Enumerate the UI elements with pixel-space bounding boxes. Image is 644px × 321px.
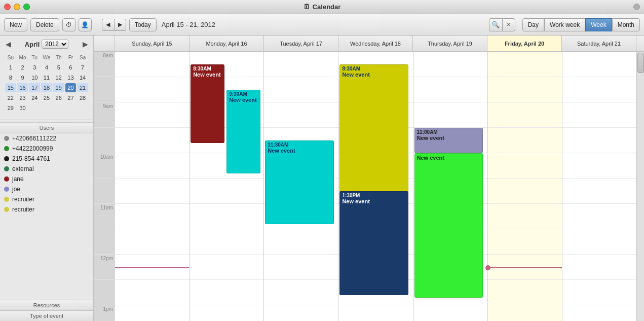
mini-cal-year-select[interactable]: 2012 bbox=[42, 40, 68, 49]
mini-cal-day[interactable] bbox=[77, 103, 88, 113]
view-week-button[interactable]: Week bbox=[585, 18, 612, 31]
mini-cal-day[interactable]: 4 bbox=[41, 63, 52, 72]
mini-cal-day[interactable]: 24 bbox=[29, 93, 40, 102]
day-col-mon[interactable]: 8:30AMNew event9:30AMNew event bbox=[190, 52, 264, 321]
contacts-button[interactable]: 👤 bbox=[79, 18, 92, 31]
day-slot[interactable] bbox=[115, 305, 189, 321]
view-workweek-button[interactable]: Work week bbox=[544, 18, 585, 31]
mini-cal-day[interactable] bbox=[53, 103, 64, 113]
mini-cal-day[interactable]: 18 bbox=[41, 83, 52, 92]
day-slot[interactable] bbox=[190, 280, 263, 305]
user-item[interactable]: 215-854-4761 bbox=[0, 154, 93, 164]
view-month-button[interactable]: Month bbox=[612, 18, 640, 31]
day-slot[interactable] bbox=[562, 204, 636, 229]
day-slot[interactable] bbox=[264, 255, 338, 280]
mini-cal-day[interactable]: 1 bbox=[5, 63, 16, 72]
day-slot[interactable] bbox=[562, 280, 636, 305]
day-slot[interactable] bbox=[264, 280, 338, 305]
day-slot[interactable] bbox=[488, 77, 562, 102]
minimize-btn[interactable] bbox=[14, 4, 20, 10]
day-slot[interactable] bbox=[264, 52, 338, 77]
mini-cal-day[interactable]: 7 bbox=[77, 63, 88, 72]
day-slot[interactable] bbox=[488, 102, 562, 128]
day-slot[interactable] bbox=[562, 179, 636, 204]
mini-cal-day[interactable]: 25 bbox=[41, 93, 52, 102]
day-slot[interactable] bbox=[488, 52, 562, 77]
day-slot[interactable] bbox=[562, 305, 636, 321]
mini-cal-day[interactable]: 19 bbox=[53, 83, 64, 92]
mini-cal-day[interactable]: 30 bbox=[17, 103, 28, 113]
mini-cal-day[interactable]: 27 bbox=[65, 93, 77, 102]
prev-button[interactable]: ◀ bbox=[102, 19, 114, 31]
search-clear-button[interactable]: ✕ bbox=[502, 18, 515, 31]
mini-cal-day[interactable]: 21 bbox=[77, 83, 88, 92]
user-item[interactable]: +44222000999 bbox=[0, 144, 93, 154]
mini-cal-day[interactable]: 8 bbox=[5, 73, 16, 82]
day-col-wed[interactable]: 8:30AMNew event1:30PMNew event bbox=[338, 52, 413, 321]
mini-cal-day[interactable]: 6 bbox=[65, 63, 77, 72]
mini-cal-day[interactable]: 15 bbox=[5, 83, 16, 92]
calendar-event[interactable]: New event bbox=[414, 153, 483, 298]
day-slot[interactable] bbox=[264, 229, 338, 255]
mini-cal-day[interactable]: 5 bbox=[53, 63, 64, 72]
mini-cal-day[interactable]: 12 bbox=[53, 73, 64, 82]
day-slot[interactable] bbox=[115, 229, 189, 255]
mini-cal-day[interactable] bbox=[41, 103, 52, 113]
mini-cal-day[interactable]: 3 bbox=[29, 63, 40, 72]
day-slot[interactable] bbox=[488, 204, 562, 229]
maximize-btn[interactable] bbox=[23, 4, 30, 10]
user-item[interactable]: joe bbox=[0, 184, 93, 194]
mini-cal-day[interactable]: 2 bbox=[17, 63, 28, 72]
new-button[interactable]: New bbox=[4, 18, 27, 31]
mini-cal-day[interactable] bbox=[65, 103, 77, 113]
day-slot[interactable] bbox=[190, 229, 263, 255]
mini-cal-day[interactable] bbox=[29, 103, 40, 113]
close-btn[interactable] bbox=[4, 4, 11, 10]
day-slot[interactable] bbox=[562, 52, 636, 77]
prev-month-button[interactable]: ◀ bbox=[4, 40, 12, 48]
mini-cal-day[interactable]: 26 bbox=[53, 93, 64, 102]
day-slot[interactable] bbox=[115, 52, 189, 77]
day-slot[interactable] bbox=[115, 102, 189, 128]
day-slot[interactable] bbox=[562, 102, 636, 128]
day-slot[interactable] bbox=[562, 153, 636, 179]
next-month-button[interactable]: ▶ bbox=[81, 40, 89, 48]
delete-button[interactable]: Delete bbox=[30, 18, 59, 31]
day-slot[interactable] bbox=[562, 128, 636, 153]
resources-header[interactable]: Resources bbox=[0, 300, 93, 311]
day-slot[interactable] bbox=[115, 280, 189, 305]
day-slot[interactable] bbox=[488, 305, 562, 321]
mini-cal-day[interactable]: 23 bbox=[17, 93, 28, 102]
day-slot[interactable] bbox=[562, 77, 636, 102]
view-day-button[interactable]: Day bbox=[522, 18, 544, 31]
type-of-event-header[interactable]: Type of event bbox=[0, 311, 93, 321]
history-button[interactable]: ⏱ bbox=[62, 18, 75, 31]
calendar-event[interactable]: 1:30PMNew event bbox=[339, 191, 408, 295]
day-col-sat[interactable] bbox=[562, 52, 636, 321]
scrollbar[interactable] bbox=[636, 52, 644, 321]
mini-cal-day[interactable]: 22 bbox=[5, 93, 16, 102]
mini-cal-day[interactable]: 13 bbox=[65, 73, 77, 82]
day-slot[interactable] bbox=[190, 255, 263, 280]
day-slot[interactable] bbox=[413, 102, 487, 128]
user-item[interactable]: recruiter bbox=[0, 204, 93, 215]
day-slot[interactable] bbox=[413, 52, 487, 77]
mini-cal-day[interactable]: 10 bbox=[29, 73, 40, 82]
day-col-tue[interactable]: 11:30AMNew event bbox=[264, 52, 338, 321]
day-slot[interactable] bbox=[488, 179, 562, 204]
day-slot[interactable] bbox=[115, 179, 189, 204]
day-slot[interactable] bbox=[413, 305, 487, 321]
mini-cal-day[interactable]: 17 bbox=[29, 83, 40, 92]
day-slot[interactable] bbox=[338, 305, 412, 321]
day-col-thu[interactable]: 11:00AMNew eventNew event bbox=[413, 52, 488, 321]
mini-cal-day[interactable]: 9 bbox=[17, 73, 28, 82]
mini-cal-day[interactable]: 14 bbox=[77, 73, 88, 82]
day-slot[interactable] bbox=[264, 102, 338, 128]
search-button[interactable]: 🔍 bbox=[489, 18, 502, 31]
mini-cal-day[interactable]: 29 bbox=[5, 103, 16, 113]
calendar-event[interactable]: 8:30AMNew event bbox=[191, 64, 224, 143]
user-item[interactable]: external bbox=[0, 164, 93, 174]
day-col-sun[interactable] bbox=[115, 52, 190, 321]
day-slot[interactable] bbox=[115, 153, 189, 179]
mini-cal-day[interactable]: 20 bbox=[65, 83, 77, 92]
